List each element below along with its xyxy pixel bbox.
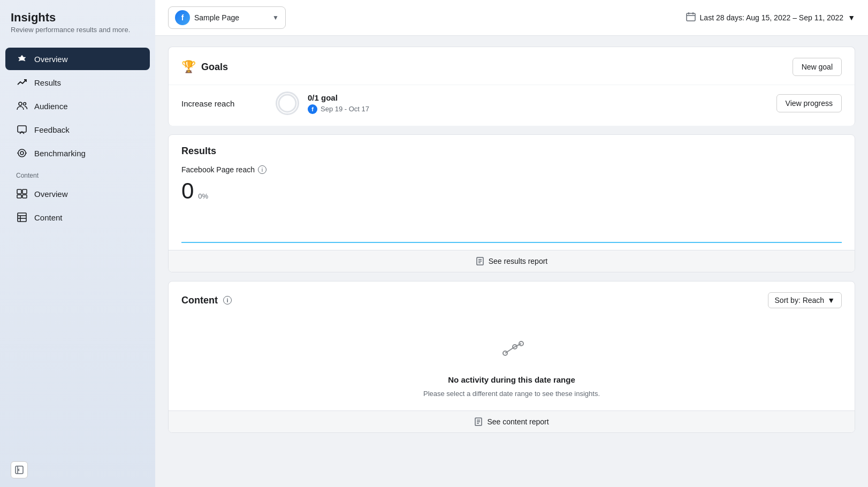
app-subtitle: Review performance results and more. <box>11 26 144 34</box>
content-title: Content i <box>181 295 232 306</box>
goal-progress-circle <box>276 92 299 115</box>
trophy-icon: 🏆 <box>181 60 196 74</box>
results-icon <box>16 77 28 88</box>
svg-point-2 <box>24 103 26 105</box>
content-card: Content i Sort by: Reach ▼ No <box>168 281 855 433</box>
sidebar-bottom <box>0 453 155 487</box>
see-content-report-label: See content report <box>487 417 549 426</box>
sidebar-item-results-label: Results <box>34 78 61 87</box>
svg-rect-18 <box>687 13 695 21</box>
content-content-icon <box>16 211 28 223</box>
sidebar-nav: Overview Results Audience <box>0 42 155 453</box>
topbar: f Sample Page ▼ Last 28 days: Aug 15, 20… <box>155 0 868 36</box>
svg-point-1 <box>19 102 22 105</box>
app-title: Insights <box>11 11 144 25</box>
see-results-report-button[interactable]: See results report <box>169 250 855 272</box>
metric-label: Facebook Page reach i <box>181 165 842 174</box>
content-sort-dropdown[interactable]: Sort by: Reach ▼ <box>768 292 842 308</box>
svg-point-5 <box>20 151 24 155</box>
sidebar-item-feedback-label: Feedback <box>34 125 70 134</box>
metric-value: 0 <box>181 178 194 204</box>
calendar-icon <box>686 12 696 24</box>
content-title-label: Content <box>181 295 218 306</box>
results-title-label: Results <box>181 146 216 157</box>
goal-meta: f Sep 19 - Oct 17 <box>308 104 768 114</box>
sidebar-item-content-label: Content <box>34 213 63 222</box>
results-title: Results <box>181 146 216 157</box>
sidebar-header: Insights Review performance results and … <box>0 0 155 42</box>
sidebar-item-audience[interactable]: Audience <box>5 95 150 117</box>
content-area: 🏆 Goals New goal Increase reach 0/1 goal… <box>155 36 868 487</box>
content-overview-icon <box>16 188 28 200</box>
benchmarking-icon <box>16 147 28 159</box>
content-sort-label: Sort by: Reach <box>775 296 825 305</box>
sidebar: Insights Review performance results and … <box>0 0 155 487</box>
svg-rect-9 <box>22 189 27 194</box>
goal-fraction: 0/1 goal <box>308 93 768 102</box>
facebook-icon: f <box>308 104 317 114</box>
goal-row: Increase reach 0/1 goal f Sep 19 - Oct 1… <box>169 85 855 126</box>
sidebar-item-overview[interactable]: Overview <box>5 48 150 70</box>
goal-date-range: Sep 19 - Oct 17 <box>321 105 369 113</box>
date-range-label: Last 28 days: Aug 15, 2022 – Sep 11, 202… <box>700 13 844 22</box>
sidebar-item-benchmarking-label: Benchmarking <box>34 149 86 158</box>
svg-rect-11 <box>22 195 27 198</box>
results-card-header: Results <box>169 135 855 165</box>
content-section-label: Content <box>0 165 155 181</box>
sidebar-item-overview-label: Overview <box>34 55 68 64</box>
date-range-dropdown-icon: ▼ <box>848 13 855 22</box>
content-card-header: Content i Sort by: Reach ▼ <box>169 281 855 317</box>
empty-state-icon <box>498 338 526 368</box>
metric-row: Facebook Page reach i 0 0% <box>169 165 855 212</box>
metric-pct: 0% <box>198 192 208 200</box>
sidebar-item-benchmarking[interactable]: Benchmarking <box>5 142 150 164</box>
sidebar-item-feedback[interactable]: Feedback <box>5 118 150 141</box>
overview-icon <box>16 53 28 65</box>
goal-name: Increase reach <box>181 99 267 108</box>
svg-point-4 <box>18 149 26 157</box>
goal-info: 0/1 goal f Sep 19 - Oct 17 <box>308 93 768 114</box>
goals-card: 🏆 Goals New goal Increase reach 0/1 goal… <box>168 47 855 126</box>
page-selector-dropdown-icon: ▼ <box>272 14 279 21</box>
date-range-selector[interactable]: Last 28 days: Aug 15, 2022 – Sep 11, 202… <box>686 12 855 24</box>
svg-rect-8 <box>17 189 21 194</box>
svg-rect-16 <box>16 466 23 474</box>
content-info-icon[interactable]: i <box>223 296 232 305</box>
sidebar-item-content-overview-label: Overview <box>34 189 68 199</box>
sidebar-item-results[interactable]: Results <box>5 71 150 94</box>
sidebar-item-content-overview[interactable]: Overview <box>5 182 150 205</box>
new-goal-button[interactable]: New goal <box>793 58 842 76</box>
see-content-report-button[interactable]: See content report <box>169 410 855 432</box>
content-empty-state: No activity during this date range Pleas… <box>169 317 855 410</box>
sidebar-item-content-content[interactable]: Content <box>5 206 150 229</box>
main-content: f Sample Page ▼ Last 28 days: Aug 15, 20… <box>155 0 868 487</box>
goals-title-label: Goals <box>201 62 228 73</box>
sidebar-item-audience-label: Audience <box>34 102 68 111</box>
page-name: Sample Page <box>194 13 268 22</box>
audience-icon <box>16 100 28 112</box>
results-card: Results Facebook Page reach i 0 0% <box>168 134 855 272</box>
goals-title: 🏆 Goals <box>181 60 228 74</box>
page-selector[interactable]: f Sample Page ▼ <box>168 6 286 29</box>
metric-value-row: 0 0% <box>181 178 842 204</box>
content-sort-arrow: ▼ <box>827 296 835 305</box>
view-progress-button[interactable]: View progress <box>776 94 842 112</box>
svg-rect-10 <box>17 195 21 198</box>
empty-state-subtitle: Please select a different date range to … <box>423 390 600 398</box>
page-avatar: f <box>175 10 190 25</box>
collapse-sidebar-button[interactable] <box>11 461 28 478</box>
svg-rect-12 <box>18 213 26 222</box>
feedback-icon <box>16 124 28 135</box>
report-icon <box>476 257 484 265</box>
results-chart <box>169 212 855 250</box>
goals-card-header: 🏆 Goals New goal <box>169 47 855 85</box>
empty-state-title: No activity during this date range <box>448 375 575 384</box>
metric-label-text: Facebook Page reach <box>181 165 255 174</box>
see-results-report-label: See results report <box>489 257 548 265</box>
content-report-icon <box>474 417 483 426</box>
svg-point-22 <box>279 95 296 112</box>
metric-info-icon[interactable]: i <box>258 165 267 174</box>
